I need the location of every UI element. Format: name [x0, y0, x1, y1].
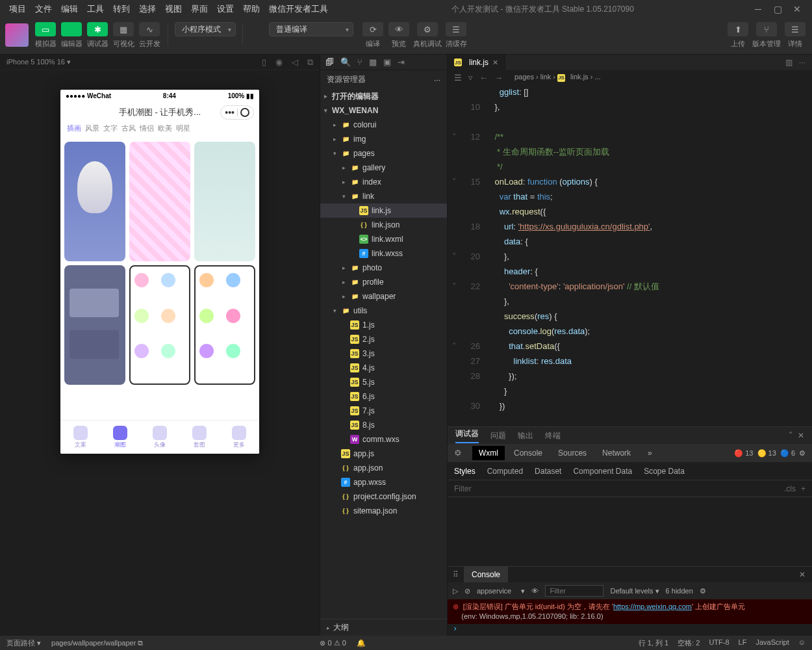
- hidden-count[interactable]: 6 hidden: [666, 587, 693, 595]
- console-clear-icon[interactable]: ▷: [453, 587, 458, 595]
- outline-section[interactable]: ▸ 大纲: [320, 619, 447, 636]
- style-tab[interactable]: Scope Data: [644, 467, 685, 476]
- preview-button[interactable]: 👁预览: [387, 22, 411, 49]
- tab-taotu[interactable]: 套图: [192, 426, 207, 449]
- maximize-button[interactable]: ▢: [773, 5, 782, 14]
- menu-item[interactable]: 文件: [31, 1, 56, 18]
- tree-item[interactable]: #link.wxss: [320, 246, 447, 261]
- phone-tab[interactable]: 明星: [176, 124, 190, 138]
- tree-item[interactable]: ▸📁colorui: [320, 118, 447, 132]
- explorer-more-icon[interactable]: ⇥: [398, 57, 405, 67]
- eye-icon[interactable]: 👁: [531, 587, 539, 595]
- status-problems[interactable]: ⊗ 0 ⚠ 0: [320, 639, 346, 647]
- phone-tab[interactable]: 古风: [121, 124, 136, 138]
- gear-icon[interactable]: ⚙: [799, 449, 806, 458]
- nav-fwd-icon[interactable]: →: [494, 73, 503, 83]
- breadcrumb-item[interactable]: JS link.js: [557, 73, 589, 81]
- tree-item[interactable]: JS2.js: [320, 332, 447, 346]
- phone-tab[interactable]: 插画: [67, 124, 81, 138]
- tree-item[interactable]: JS3.js: [320, 346, 447, 361]
- cursor-pos[interactable]: 行 1, 列 1: [639, 638, 668, 648]
- cloud-button[interactable]: ∿云开发: [138, 22, 161, 49]
- indent[interactable]: 空格: 2: [678, 638, 700, 648]
- panel-tab[interactable]: 问题: [490, 430, 506, 441]
- editor-button[interactable]: 编辑器: [60, 22, 83, 49]
- device-label[interactable]: iPhone 5 100% 16 ▾: [6, 58, 71, 66]
- panel-tab[interactable]: 输出: [518, 430, 533, 441]
- tab-chaotu[interactable]: 潮图: [113, 426, 127, 449]
- console-close-icon[interactable]: ✕: [793, 570, 812, 579]
- explorer-search-icon[interactable]: 🔍: [340, 57, 351, 67]
- clearcache-button[interactable]: ☰清缓存: [444, 22, 468, 49]
- explorer-debug-icon[interactable]: ▣: [383, 57, 391, 67]
- page-path[interactable]: pages/wallpaper/wallpaper ⧉: [51, 639, 143, 647]
- tree-item[interactable]: ▾📁utils: [320, 304, 447, 318]
- wallpaper-card[interactable]: [129, 142, 190, 261]
- bookmark-icon[interactable]: ▿: [468, 73, 473, 83]
- console-prompt[interactable]: ›: [448, 624, 812, 636]
- panel-collapse-icon[interactable]: ˄: [789, 431, 793, 440]
- tree-item[interactable]: JS5.js: [320, 375, 447, 389]
- warn-count[interactable]: 🟡 13: [757, 449, 776, 458]
- tab-wenan[interactable]: 文案: [73, 426, 88, 449]
- breadcrumb-item[interactable]: pages: [514, 73, 534, 81]
- tree-item[interactable]: JS7.js: [320, 404, 447, 418]
- inspector-tab[interactable]: Sources: [552, 446, 593, 460]
- info-count[interactable]: 🔵 6: [780, 449, 795, 458]
- menu-item[interactable]: 工具: [83, 1, 108, 18]
- compile-select[interactable]: 普通编译: [269, 22, 353, 36]
- minimize-button[interactable]: ─: [754, 5, 763, 14]
- tab-more[interactable]: 更多: [232, 426, 246, 449]
- tree-item[interactable]: { }app.json: [320, 461, 447, 475]
- upload-button[interactable]: ⬆上传: [726, 22, 750, 49]
- menu-item[interactable]: 设置: [213, 1, 238, 18]
- menu-item[interactable]: 界面: [187, 1, 212, 18]
- tree-item[interactable]: JS6.js: [320, 389, 447, 404]
- close-icon[interactable]: ✕: [492, 58, 498, 67]
- detail-button[interactable]: ☰详情: [783, 22, 807, 49]
- wallpaper-card[interactable]: [194, 265, 255, 385]
- tree-item[interactable]: JSapp.js: [320, 447, 447, 461]
- levels-select[interactable]: Default levels ▾: [610, 587, 659, 595]
- eol[interactable]: LF: [739, 638, 747, 648]
- more-icon[interactable]: ···: [434, 75, 440, 84]
- tree-item[interactable]: { }sitemap.json: [320, 504, 447, 518]
- tree-item[interactable]: { }link.json: [320, 218, 447, 232]
- menu-item[interactable]: 选择: [135, 1, 160, 18]
- tree-item[interactable]: ▸📁gallery: [320, 161, 447, 175]
- style-tab[interactable]: Styles: [454, 467, 476, 476]
- console-stop-icon[interactable]: ⊘: [464, 587, 470, 595]
- tree-item[interactable]: ▾📁link: [320, 189, 447, 203]
- explorer-files-icon[interactable]: 🗐: [325, 57, 334, 67]
- tab-touxiang[interactable]: 头像: [153, 426, 167, 449]
- editor-tab[interactable]: JSlink.js✕: [448, 55, 505, 70]
- cls-toggle[interactable]: .cls: [784, 484, 796, 493]
- tree-item[interactable]: JS8.js: [320, 418, 447, 432]
- error-count[interactable]: 🔴 13: [734, 449, 753, 458]
- menu-item[interactable]: 微信开发者工具: [265, 1, 332, 18]
- tree-item[interactable]: ▸📁profile: [320, 275, 447, 289]
- notify-icon[interactable]: 🔔: [357, 639, 366, 647]
- tree-item[interactable]: JS4.js: [320, 361, 447, 375]
- explorer-ext-icon[interactable]: ▦: [369, 57, 377, 67]
- explorer-git-icon[interactable]: ⑂: [357, 57, 362, 67]
- wallpaper-card[interactable]: [64, 142, 125, 261]
- tree-item[interactable]: ▸📁index: [320, 175, 447, 189]
- phone-tab[interactable]: 风景: [85, 124, 99, 138]
- language[interactable]: JavaScript: [755, 638, 789, 648]
- gear-icon[interactable]: ⚙: [700, 587, 706, 595]
- more-icon[interactable]: ···: [799, 58, 806, 67]
- close-button[interactable]: ✕: [793, 5, 802, 14]
- sim-icon-popup[interactable]: ⧉: [307, 57, 313, 68]
- version-button[interactable]: ⑂版本管理: [752, 22, 781, 49]
- panel-close-icon[interactable]: ✕: [798, 431, 804, 440]
- tree-item[interactable]: <>link.wxml: [320, 232, 447, 246]
- tree-item[interactable]: JS1.js: [320, 318, 447, 332]
- tree-item[interactable]: { }project.config.json: [320, 489, 447, 504]
- breadcrumb-item[interactable]: ...: [594, 73, 600, 81]
- capsule-button[interactable]: •••: [220, 105, 254, 120]
- tree-item[interactable]: ▸📁wallpaper: [320, 289, 447, 304]
- mode-select[interactable]: 小程序模式: [175, 22, 236, 36]
- panel-tab[interactable]: 调试器: [455, 428, 479, 443]
- project-section[interactable]: ▾WX_WENAN: [320, 103, 447, 118]
